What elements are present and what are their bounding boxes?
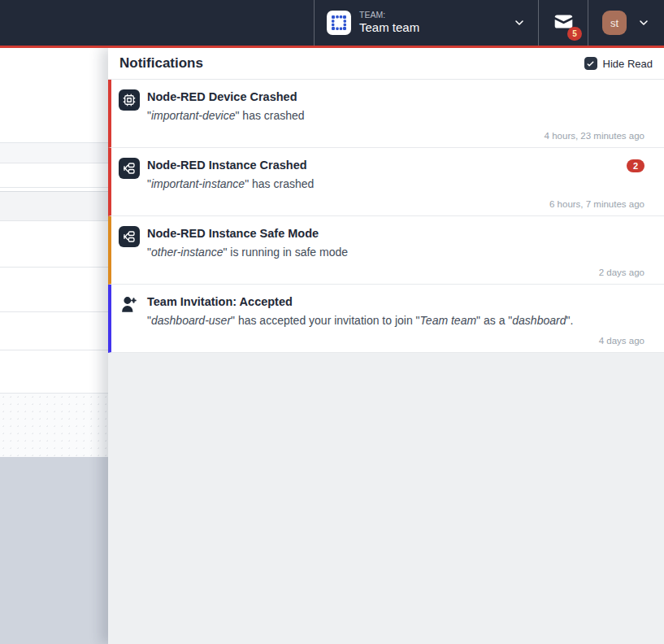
notification-message: "important-instance" has crashed bbox=[147, 177, 644, 190]
chevron-down-icon bbox=[513, 16, 526, 29]
avatar: st bbox=[602, 11, 627, 35]
notification-content: Node-RED Device Crashed "important-devic… bbox=[147, 89, 644, 141]
hide-read-label: Hide Read bbox=[603, 58, 653, 70]
user-menu-button[interactable]: st bbox=[588, 0, 664, 46]
notification-timestamp: 6 hours, 7 minutes ago bbox=[147, 199, 644, 209]
notification-timestamp: 4 days ago bbox=[147, 336, 644, 346]
chevron-down-icon bbox=[637, 16, 650, 29]
notification-item[interactable]: Node-RED Instance Safe Mode "other-insta… bbox=[108, 216, 664, 285]
notifications-panel: Notifications Hide Read Node-RED Device … bbox=[108, 48, 664, 644]
hide-read-checkbox[interactable] bbox=[584, 57, 597, 70]
notification-title-row: Node-RED Instance Safe Mode bbox=[147, 226, 644, 241]
team-switcher[interactable]: TEAM: Team team bbox=[315, 0, 539, 46]
notification-title: Node-RED Instance Crashed bbox=[147, 158, 307, 172]
notification-content: Node-RED Instance Crashed 2 "important-i… bbox=[147, 158, 644, 209]
notification-timestamp: 4 hours, 23 minutes ago bbox=[147, 131, 644, 141]
notifications-mail-button[interactable]: 5 bbox=[539, 0, 588, 46]
team-switcher-text: TEAM: Team team bbox=[359, 10, 419, 36]
unread-count-badge: 5 bbox=[567, 27, 582, 41]
app-root: TEAM: Team team 5 st bbox=[0, 0, 664, 48]
notification-item[interactable]: Node-RED Device Crashed "important-devic… bbox=[108, 80, 664, 148]
notification-item[interactable]: Node-RED Instance Crashed 2 "important-i… bbox=[108, 148, 664, 216]
notification-message: "other-instance" is running in safe mode bbox=[147, 246, 644, 259]
notifications-header: Notifications Hide Read bbox=[108, 48, 664, 80]
instance-icon bbox=[119, 226, 140, 247]
notification-title-row: Node-RED Device Crashed bbox=[147, 89, 644, 104]
team-name: Team team bbox=[359, 20, 419, 36]
notification-list: Node-RED Device Crashed "important-devic… bbox=[108, 80, 664, 353]
user-add-icon bbox=[119, 294, 140, 315]
notification-item[interactable]: Team Invitation: Accepted "dashboard-use… bbox=[108, 285, 664, 353]
notification-title: Node-RED Device Crashed bbox=[147, 89, 297, 104]
notification-title: Team Invitation: Accepted bbox=[147, 294, 293, 309]
notification-count-badge: 2 bbox=[627, 159, 644, 172]
notification-message: "important-device" has crashed bbox=[147, 109, 644, 122]
top-navbar: TEAM: Team team 5 st bbox=[0, 0, 664, 46]
notification-message: "dashboard-user" has accepted your invit… bbox=[147, 314, 644, 327]
notification-title: Node-RED Instance Safe Mode bbox=[147, 226, 319, 241]
notification-content: Node-RED Instance Safe Mode "other-insta… bbox=[147, 226, 644, 277]
notification-title-row: Team Invitation: Accepted bbox=[147, 294, 644, 309]
navbar-left-region bbox=[0, 0, 315, 46]
brand-accent-line bbox=[0, 46, 664, 48]
instance-icon bbox=[119, 158, 140, 179]
notification-content: Team Invitation: Accepted "dashboard-use… bbox=[147, 294, 644, 346]
notification-title-row: Node-RED Instance Crashed 2 bbox=[147, 158, 644, 172]
hide-read-toggle[interactable]: Hide Read bbox=[584, 57, 653, 70]
page-title: Notifications bbox=[119, 55, 203, 72]
team-avatar-icon bbox=[327, 11, 351, 35]
notification-timestamp: 2 days ago bbox=[147, 268, 644, 277]
device-chip-icon bbox=[119, 89, 140, 111]
team-label: TEAM: bbox=[359, 10, 385, 20]
